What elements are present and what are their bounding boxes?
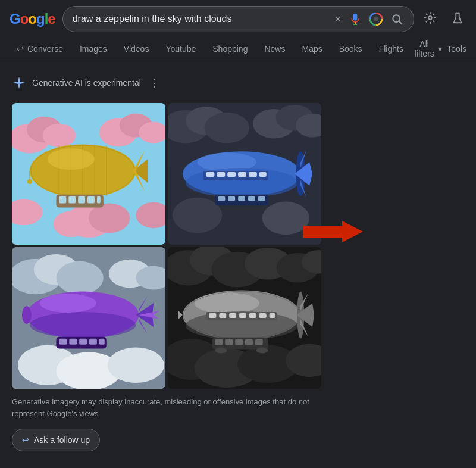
- svg-point-28: [48, 148, 95, 170]
- labs-icon: [451, 11, 464, 24]
- ai-more-button[interactable]: ⋮: [149, 76, 160, 89]
- image-grid: [12, 103, 321, 389]
- svg-rect-95: [99, 339, 105, 345]
- ai-banner-text: Generative AI is experimental: [32, 78, 141, 88]
- followup-button[interactable]: ↩ Ask a follow up: [12, 429, 100, 451]
- svg-point-46: [205, 113, 249, 143]
- lens-button[interactable]: [368, 11, 384, 27]
- search-input[interactable]: [73, 14, 329, 24]
- all-filters-button[interactable]: All filters ▾: [413, 39, 442, 58]
- svg-point-133: [256, 348, 268, 354]
- ai-banner: Generative AI is experimental ⋮: [12, 70, 464, 96]
- svg-rect-34: [68, 196, 76, 204]
- svg-point-3: [374, 17, 378, 21]
- tab-books[interactable]: Books: [332, 38, 369, 60]
- svg-point-84: [30, 312, 136, 338]
- svg-point-17: [89, 204, 130, 233]
- tab-maps[interactable]: Maps: [295, 38, 329, 60]
- converse-icon: ↩: [17, 44, 24, 54]
- svg-rect-36: [87, 196, 95, 204]
- ai-icon: [12, 76, 26, 90]
- zeppelin-image-4: [168, 247, 321, 389]
- svg-rect-59: [238, 172, 246, 177]
- followup-icon: ↩: [22, 435, 29, 445]
- nav-right: All filters ▾ Tools: [413, 39, 466, 58]
- red-arrow: [303, 221, 363, 242]
- nav-tabs: ↩ Converse Images Videos Youtube Shoppin…: [0, 38, 476, 60]
- labs-button[interactable]: [449, 9, 466, 30]
- tab-images[interactable]: Images: [73, 38, 114, 60]
- header-right: [421, 9, 466, 30]
- zeppelin-image-3: [12, 247, 165, 389]
- image-cell-1[interactable]: [12, 103, 165, 245]
- svg-rect-114: [209, 313, 217, 318]
- svg-rect-91: [59, 339, 67, 345]
- svg-point-51: [262, 202, 309, 235]
- svg-marker-135: [303, 221, 363, 242]
- svg-rect-57: [217, 172, 225, 177]
- tools-button[interactable]: Tools: [447, 44, 466, 54]
- settings-icon: [424, 11, 437, 24]
- image-cell-2[interactable]: [168, 103, 321, 245]
- followup-label: Ask a follow up: [34, 435, 90, 445]
- svg-rect-119: [259, 313, 267, 318]
- svg-point-76: [56, 261, 103, 295]
- mic-icon: [349, 13, 361, 25]
- zeppelin-image-2: [168, 103, 321, 245]
- zeppelin-image-1: [12, 103, 165, 245]
- image-grid-container: [12, 103, 464, 389]
- google-logo: Google: [10, 11, 55, 27]
- settings-button[interactable]: [421, 9, 439, 30]
- svg-rect-58: [227, 172, 236, 177]
- svg-rect-60: [249, 172, 257, 177]
- svg-rect-129: [235, 339, 243, 345]
- svg-rect-33: [59, 196, 66, 204]
- svg-rect-61: [259, 172, 267, 177]
- svg-point-89: [22, 306, 32, 324]
- image-cell-3[interactable]: [12, 247, 165, 389]
- tab-youtube[interactable]: Youtube: [158, 38, 203, 60]
- tab-shopping[interactable]: Shopping: [205, 38, 255, 60]
- svg-rect-72: [258, 196, 265, 201]
- svg-rect-68: [218, 196, 225, 201]
- disclaimer-text: Generative imagery may display inaccurat…: [12, 396, 321, 419]
- search-bar[interactable]: ×: [62, 6, 414, 32]
- svg-rect-116: [229, 313, 236, 318]
- svg-rect-56: [206, 172, 215, 177]
- svg-rect-69: [228, 196, 235, 201]
- clear-button[interactable]: ×: [333, 12, 342, 27]
- tab-videos[interactable]: Videos: [117, 38, 156, 60]
- svg-rect-127: [215, 339, 223, 345]
- svg-rect-93: [79, 339, 87, 345]
- tab-news[interactable]: News: [257, 38, 292, 60]
- search-icon: [391, 13, 403, 25]
- arrow-container: [303, 221, 470, 242]
- svg-point-81: [108, 348, 164, 383]
- svg-rect-94: [89, 339, 97, 345]
- svg-rect-131: [255, 339, 263, 345]
- svg-point-12: [43, 124, 76, 148]
- svg-line-5: [399, 21, 402, 24]
- search-button[interactable]: [390, 12, 404, 26]
- svg-rect-128: [225, 339, 233, 345]
- image-cell-4[interactable]: [168, 247, 321, 389]
- tab-flights[interactable]: Flights: [372, 38, 411, 60]
- svg-rect-37: [97, 196, 101, 204]
- clear-icon: ×: [334, 13, 341, 26]
- svg-rect-117: [239, 313, 246, 318]
- svg-rect-120: [270, 313, 275, 318]
- svg-rect-118: [249, 313, 256, 318]
- svg-point-50: [173, 198, 222, 233]
- svg-point-110: [195, 292, 259, 314]
- svg-point-6: [428, 16, 432, 20]
- svg-rect-71: [248, 196, 255, 201]
- mic-button[interactable]: [348, 12, 362, 26]
- header: Google ×: [0, 0, 476, 38]
- svg-marker-8: [13, 77, 25, 89]
- chevron-down-icon: ▾: [438, 44, 442, 54]
- svg-point-132: [215, 348, 227, 354]
- svg-point-83: [40, 294, 96, 313]
- svg-rect-115: [219, 313, 226, 318]
- tab-converse[interactable]: ↩ Converse: [10, 38, 70, 60]
- lens-icon: [369, 13, 383, 26]
